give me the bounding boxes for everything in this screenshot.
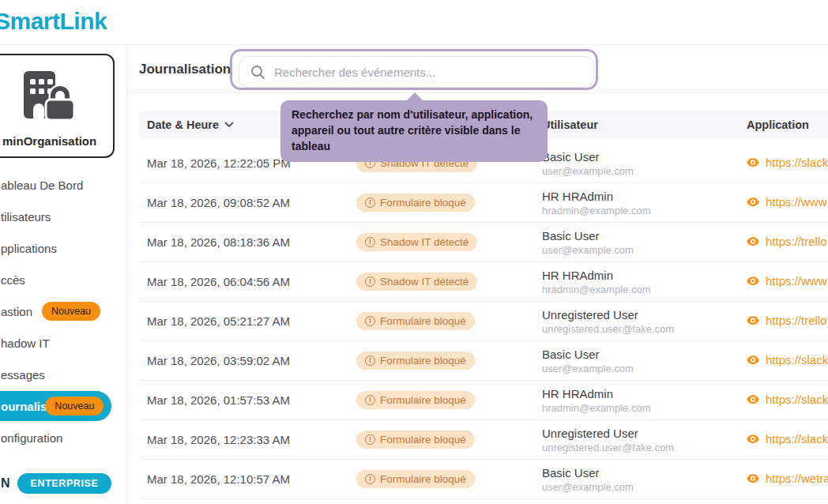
search-highlight-ring [230,49,598,90]
search-input[interactable] [239,57,593,87]
user-name: Basic User [542,149,739,164]
sidebar-item-label: tilisateurs [1,210,51,224]
user-name: Basic User [542,347,739,362]
sidebar-item-configuration[interactable]: onfiguration [0,422,127,453]
cell-event: ! Formulaire bloqué [348,431,534,449]
user-name: HR HRAdmin [542,189,739,204]
app-link[interactable]: https://www [747,274,827,288]
app-link[interactable]: https://trello [747,314,827,327]
enterprise-badge: ENTERPRISE [17,473,112,494]
user-name: Unregistered User [542,426,739,441]
eye-icon [747,434,759,444]
cell-event: ! Formulaire bloqué [348,312,534,330]
cell-event: ! Shadow IT détecté [348,273,534,291]
tooltip-text: Recherchez par nom d'utilisateur, applic… [292,107,536,155]
cell-datetime: Mar 18, 2026, 03:59:02 AM [139,354,348,367]
cell-application: https://slack [739,432,828,447]
user-name: Basic User [542,465,739,480]
eye-icon [747,394,759,404]
cell-datetime: Mar 18, 2026, 12:23:33 AM [139,433,348,446]
sidebar-item-bastion[interactable]: astion Nouveau [0,295,127,327]
status-badge: ! Formulaire bloqué [356,194,475,212]
eye-icon [747,276,759,286]
chevron-down-icon [224,122,234,128]
user-email: hradmin@example.com [542,401,739,415]
alert-icon: ! [365,355,375,366]
table-row: Mar 18, 2026, 03:59:02 AM ! Formulaire b… [139,341,828,381]
status-badge: ! Formulaire bloqué [356,431,475,449]
eye-icon [747,236,759,246]
cell-event: ! Formulaire bloqué [348,352,534,370]
sidebar-item-messages[interactable]: essages [0,359,127,390]
cell-datetime: Mar 18, 2026, 05:21:27 AM [139,314,348,328]
app-link[interactable]: https://slack [747,432,828,446]
table-row: Mar 18, 2026, 01:57:53 AM ! Formulaire b… [139,381,828,420]
plan-prefix: N [1,476,10,491]
app-header: SmartLink [0,0,828,45]
status-badge: ! Formulaire bloqué [356,312,475,330]
table-row: Mar 18, 2026, 12:10:57 AM ! Formulaire b… [139,460,828,499]
app-link[interactable]: https://slack [747,156,828,169]
sidebar-item-tableau-de-bord[interactable]: ableau De Bord [0,169,127,201]
cell-application: https://slack [739,156,828,171]
user-email: user@example.com [542,362,739,375]
sidebar-item-journalisation[interactable]: ournalis Nouveau [0,391,111,421]
sidebar-item-label: hadow IT [1,337,50,350]
app-link[interactable]: https://trello [747,235,827,248]
sidebar-nav: ableau De Bord tilisateurs pplications c… [0,169,127,453]
organisation-card[interactable]: minOrganisation [0,54,115,158]
user-email: user@example.com [542,243,739,257]
sidebar-item-label: ableau De Bord [1,179,83,192]
app-link[interactable]: https://slack [747,393,828,406]
search-box [239,56,594,88]
nouveau-badge: Nouveau [42,302,100,321]
sidebar-item-shadow-it[interactable]: hadow IT [0,327,127,359]
app-link[interactable]: https://www [747,195,827,209]
sidebar-item-applications[interactable]: pplications [0,232,127,264]
eye-icon [747,315,759,325]
page-title: Journalisation [139,62,231,77]
header-divider [127,92,828,93]
status-badge: ! Formulaire bloqué [356,352,475,370]
sidebar-item-label: ournalis [1,400,47,413]
column-header-application: Application [739,118,828,131]
cell-event: ! Formulaire bloqué [348,194,534,212]
sidebar-item-acces[interactable]: ccès [0,264,127,295]
cell-application: https://www [739,195,828,210]
status-badge: ! Formulaire bloqué [356,391,475,409]
sidebar-item-utilisateurs[interactable]: tilisateurs [0,201,127,232]
user-name: HR HRAdmin [542,386,739,401]
cell-application: https://wetra [739,472,828,487]
sidebar: minOrganisation ableau De Bord tilisateu… [0,45,127,504]
user-email: user@example.com [542,164,739,178]
alert-icon: ! [365,197,375,208]
app-link[interactable]: https://slack [747,353,828,367]
eye-icon [747,157,759,167]
alert-icon: ! [365,237,375,247]
cell-user: Basic User user@example.com [534,149,739,178]
alert-icon: ! [365,316,375,326]
cell-application: https://trello [739,235,828,250]
app-link[interactable]: https://wetra [747,472,828,485]
cell-event: ! Shadow IT détecté [348,233,534,251]
status-badge: ! Shadow IT détecté [356,273,477,291]
user-email: hradmin@example.com [542,283,739,296]
alert-icon: ! [365,276,375,287]
column-header-user: Utilisateur [534,118,739,131]
sidebar-item-label: onfiguration [1,431,62,445]
table-row: Mar 18, 2026, 12:23:33 AM ! Formulaire b… [139,420,828,460]
eye-icon [747,197,759,207]
cell-datetime: Mar 18, 2026, 08:18:36 AM [139,235,348,249]
cell-application: https://www [739,274,828,289]
alert-icon: ! [365,434,375,445]
table-row: Mar 18, 2026, 05:21:27 AM ! Formulaire b… [139,302,828,341]
main-content: Journalisation Date & Heure [127,45,828,504]
user-email: unregistered.user@fake.com [542,441,739,454]
cell-user: HR HRAdmin hradmin@example.com [534,268,739,296]
cell-application: https://trello [739,314,828,329]
cell-user: HR HRAdmin hradmin@example.com [534,386,739,415]
cell-user: Basic User user@example.com [534,465,739,494]
cell-user: Basic User user@example.com [534,228,739,257]
cell-datetime: Mar 18, 2026, 09:08:52 AM [139,196,348,209]
table-row: Mar 18, 2026, 09:08:52 AM ! Formulaire b… [139,183,828,223]
